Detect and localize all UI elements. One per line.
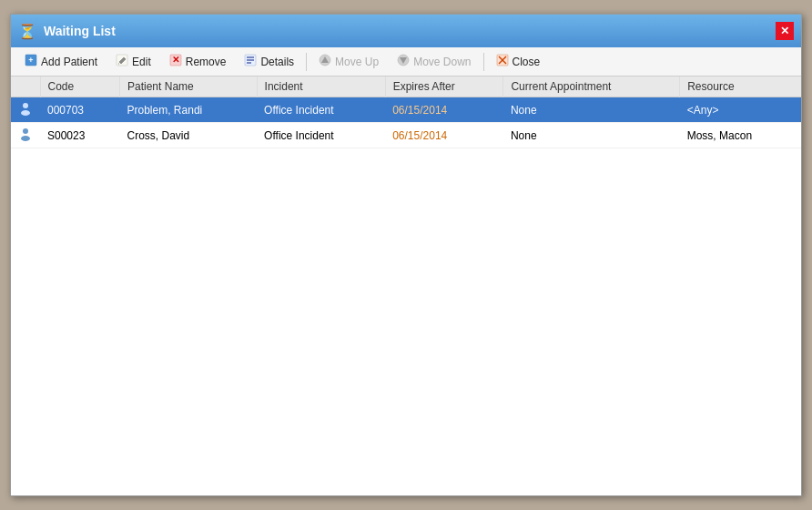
cell-patient-name: Problem, Randi <box>120 97 258 123</box>
close-label: Close <box>513 56 541 68</box>
col-header-resource: Resource <box>680 76 801 97</box>
cell-resource: Moss, Macon <box>680 123 801 148</box>
cell-current-appointment: None <box>503 97 680 123</box>
cell-incident: Office Incident <box>257 97 385 123</box>
cell-expires-after: 06/15/2014 <box>385 97 503 123</box>
table-row[interactable]: 000703Problem, RandiOffice Incident06/15… <box>11 97 801 123</box>
waiting-list-table: Code Patient Name Incident Expires After… <box>11 76 801 148</box>
window-close-button[interactable]: ✕ <box>776 22 794 40</box>
svg-point-19 <box>23 128 28 134</box>
table-row[interactable]: S00023Cross, DavidOffice Incident06/15/2… <box>11 123 801 148</box>
col-header-icon <box>11 76 40 97</box>
details-icon <box>244 54 257 69</box>
edit-button[interactable]: Edit <box>107 50 159 73</box>
svg-text:+: + <box>28 56 33 65</box>
table-body: 000703Problem, RandiOffice Incident06/15… <box>11 97 801 148</box>
edit-label: Edit <box>132 56 151 68</box>
move-down-label: Move Down <box>413 56 471 68</box>
cell-current-appointment: None <box>503 123 680 148</box>
svg-point-18 <box>21 110 30 116</box>
row-icon-cell <box>11 123 40 148</box>
move-up-label: Move Up <box>335 56 379 68</box>
table-header-row: Code Patient Name Incident Expires After… <box>11 76 801 97</box>
person-icon <box>18 127 33 141</box>
cell-expires-after: 06/15/2014 <box>385 123 503 148</box>
edit-icon <box>116 54 128 69</box>
toolbar-separator-2 <box>483 53 484 71</box>
main-window: ⏳ Waiting List ✕ + Add Patient <box>10 14 802 496</box>
details-button[interactable]: Details <box>236 50 302 73</box>
move-up-icon <box>319 54 331 69</box>
hourglass-icon: ⏳ <box>18 22 36 40</box>
person-icon <box>18 101 33 116</box>
cell-patient-name: Cross, David <box>120 123 258 148</box>
details-label: Details <box>260 56 294 68</box>
content-area: Code Patient Name Incident Expires After… <box>11 76 801 495</box>
cell-code: S00023 <box>40 123 120 148</box>
svg-text:✕: ✕ <box>172 55 179 65</box>
toolbar: + Add Patient Edit ✕ Remove <box>11 47 801 76</box>
close-button[interactable]: Close <box>488 50 549 73</box>
cell-resource: <Any> <box>680 97 801 123</box>
window-title: Waiting List <box>44 24 116 38</box>
svg-point-20 <box>21 136 30 141</box>
close-icon <box>496 54 509 69</box>
add-patient-icon: + <box>25 54 37 69</box>
add-patient-label: Add Patient <box>41 56 97 68</box>
col-header-current-appointment: Current Appointment <box>503 76 680 97</box>
title-bar-left: ⏳ Waiting List <box>18 22 116 40</box>
toolbar-separator-1 <box>306 53 307 71</box>
col-header-code: Code <box>40 76 120 97</box>
move-up-button[interactable]: Move Up <box>310 50 387 73</box>
cell-code: 000703 <box>40 97 120 123</box>
remove-button[interactable]: ✕ Remove <box>161 50 235 73</box>
add-patient-button[interactable]: + Add Patient <box>16 50 106 73</box>
col-header-incident: Incident <box>257 76 385 97</box>
row-icon-cell <box>11 97 40 123</box>
move-down-icon <box>397 54 410 69</box>
cell-incident: Office Incident <box>257 123 385 148</box>
remove-icon: ✕ <box>169 54 182 69</box>
col-header-patient-name: Patient Name <box>120 76 258 97</box>
remove-label: Remove <box>186 56 227 68</box>
title-bar: ⏳ Waiting List ✕ <box>11 15 801 47</box>
svg-point-17 <box>23 103 28 108</box>
move-down-button[interactable]: Move Down <box>389 50 479 73</box>
col-header-expires-after: Expires After <box>385 76 503 97</box>
